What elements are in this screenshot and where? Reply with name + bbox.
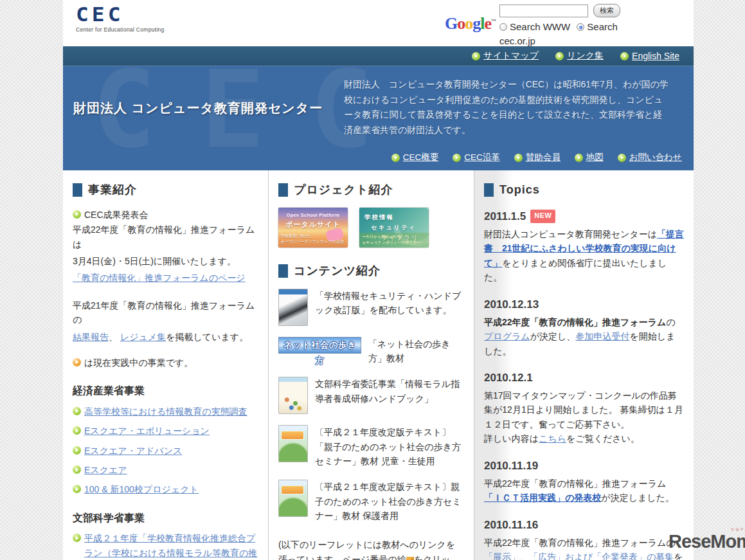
forum-page-link[interactable]: 「教育の情報化」推進フォーラムのページ bbox=[73, 273, 246, 283]
seminar-student-text: 〔平成２１年度改定版テキスト〕「親子のためのネット社会の歩き方セミナー」教材 児… bbox=[315, 425, 464, 469]
nav-sitemap-link[interactable]: サイトマップ bbox=[472, 50, 539, 62]
top-navigation: サイトマップ リンク集 English Site bbox=[63, 46, 694, 66]
active-project-note: は現在実践中の事業です。 bbox=[73, 356, 258, 370]
program-link[interactable]: プログラム bbox=[484, 331, 530, 341]
result-report-link[interactable]: 結果報告 bbox=[73, 332, 109, 342]
topic-date: 2011.1.5NEW bbox=[484, 208, 684, 225]
net-society-banner[interactable]: ネット社会の歩き方 bbox=[278, 337, 361, 354]
new-badge: NEW bbox=[530, 210, 555, 224]
google-tm: ™ bbox=[491, 18, 496, 24]
cec-logo-text: CEC bbox=[76, 5, 165, 24]
cec-overview-link[interactable]: CEC概要 bbox=[391, 152, 439, 163]
arrow-bullet-icon bbox=[73, 485, 81, 493]
heading-square-icon bbox=[278, 264, 288, 278]
topic-date: 2010.11.16 bbox=[484, 516, 684, 534]
nav-sitemap-label: サイトマップ bbox=[483, 50, 539, 62]
search-row: 検索 bbox=[499, 4, 652, 17]
active-note-text: は現在実践中の事業です。 bbox=[84, 357, 193, 368]
cec-logo[interactable]: CEC Center for Educational Computing bbox=[76, 4, 165, 33]
meti-link-100-schools[interactable]: 100 & 新100校プロジェクト bbox=[84, 484, 199, 494]
seminar-parent-cover[interactable] bbox=[278, 480, 308, 517]
list-item: Eスクエア・アドバンス bbox=[73, 444, 258, 458]
resemom-furigana: リセマム bbox=[730, 527, 745, 532]
open-school-platform-banner[interactable]: Open School Platform ポータルサイト 学校教育に向けた オー… bbox=[278, 208, 348, 248]
meti-link-survey[interactable]: 高等学校等における情報教育の実態調査 bbox=[84, 406, 247, 417]
google-letter: o bbox=[457, 14, 465, 33]
topic-entry: 平成22年度「教育の情報化」推進フォーラムのプログラムが決定し、参加申込受付を開… bbox=[484, 315, 684, 358]
section-heading-business: 事業紹介 bbox=[73, 181, 258, 199]
hero-links-row: CEC概要 CEC沿革 賛助会員 地図 お問い合わせ bbox=[391, 152, 682, 163]
search-controls: 検索 Search WWW Search cec.or.jp bbox=[499, 4, 652, 48]
arrow-bullet-icon bbox=[73, 534, 81, 542]
nav-links-link[interactable]: リンク集 bbox=[555, 50, 604, 62]
section-heading-contents: コンテンツ紹介 bbox=[278, 262, 464, 280]
projects-column: プロジェクト紹介 Open School Platform ポータルサイト 学校… bbox=[268, 170, 474, 560]
meti-link-esquare-advance[interactable]: Eスクエア・アドバンス bbox=[84, 446, 182, 456]
separator-text: 、 bbox=[109, 332, 120, 342]
nav-english-label: English Site bbox=[632, 51, 679, 61]
registration-link[interactable]: 参加申込受付 bbox=[575, 331, 629, 341]
osp-banner-caption: 学校教育に向けた オープンソースソフトウェアの活用 bbox=[281, 233, 344, 245]
search-input[interactable] bbox=[499, 5, 588, 17]
resemom-logo-text: ReseMom. bbox=[669, 531, 745, 552]
security-library-banner[interactable]: 学校情報 セキュリティ ライブラリ 〜今日から始められる セキュリティポリシーの… bbox=[359, 208, 429, 248]
list-item: 平成２１年度「学校教育情報化推進総合プラン（学校における情報モラル等教育の推進事… bbox=[73, 531, 258, 560]
list-item: 100 & 新100校プロジェクト bbox=[73, 482, 258, 496]
radio-search-www[interactable]: Search WWW bbox=[499, 21, 570, 32]
radio-www-label: Search WWW bbox=[510, 21, 570, 32]
list-item: Eスクエア・エボリューション bbox=[73, 424, 258, 438]
arrow-bullet-icon bbox=[453, 154, 461, 162]
moral-handbook-cover[interactable] bbox=[278, 377, 308, 414]
forum-h21-links-line: 結果報告、 レジュメ集を掲載しています。 bbox=[73, 330, 258, 344]
meti-link-esquare-evolution[interactable]: Eスクエア・エボリューション bbox=[84, 426, 210, 436]
arrow-bullet-icon bbox=[73, 465, 81, 474]
net-society-text: 「ネット社会の歩き方」教材 bbox=[368, 337, 464, 366]
topic-date: 2010.12.13 bbox=[484, 296, 684, 313]
mext-link-plan[interactable]: 平成２１年度「学校教育情報化推進総合プラン（学校における情報モラル等教育の推進事… bbox=[84, 533, 257, 560]
google-site-search: Google™ 検索 Search WWW Search cec.or.jp bbox=[445, 4, 652, 48]
supporting-members-link[interactable]: 賛助会員 bbox=[514, 152, 561, 163]
content-item-security-handbook: 「学校情報セキュリティ・ハンドブック改訂版」を配布しています。 bbox=[278, 289, 464, 326]
list-item: 高等学校等における情報教育の実態調査 bbox=[73, 404, 258, 419]
google-letter: G bbox=[445, 14, 457, 33]
main-content: 事業紹介 CEC成果発表会 平成22年度「教育の情報化」推進フォーラムは 3月4… bbox=[63, 170, 694, 560]
google-letter: g bbox=[472, 14, 480, 33]
heading-square-icon bbox=[73, 183, 82, 197]
page-number-icon bbox=[406, 557, 414, 560]
map-link[interactable]: 地図 bbox=[575, 152, 604, 163]
topic-entry: 平成22年度「教育の情報化」推進フォーラムの「展示」、「広告」および「企業発表」… bbox=[484, 536, 684, 560]
search-button[interactable]: 検索 bbox=[593, 4, 620, 17]
forum-announce-line1: 平成22年度「教育の情報化」推進フォーラムは bbox=[73, 222, 258, 251]
resume-collection-link[interactable]: レジュメ集 bbox=[120, 332, 166, 342]
site-description: 財団法人 コンピュータ教育開発センター（CEC）は昭和61年7月、わが国の学校に… bbox=[344, 77, 670, 138]
topic-date: 2010.11.19 bbox=[484, 457, 684, 474]
topic-entry: 平成22年度「教育の情報化」推進フォーラム「ＩＣＴ活用実践」の発表校が決定しまし… bbox=[484, 476, 684, 505]
search-scope-row: Search WWW Search cec.or.jp bbox=[499, 20, 649, 48]
radio-unchecked-icon bbox=[499, 23, 507, 31]
contact-link[interactable]: お問い合わせ bbox=[618, 152, 682, 163]
content-item-net-society: ネット社会の歩き方 「ネット社会の歩き方」教材 bbox=[278, 337, 464, 366]
seminar-parent-text: 〔平成２１年度改定版テキスト〕親子のためのネット社会の歩き方セミナー」教材 保護… bbox=[315, 480, 464, 523]
arrow-bullet-icon bbox=[73, 426, 81, 435]
nav-english-site-link[interactable]: English Site bbox=[620, 51, 679, 61]
exhibit-ad-recruitment-link[interactable]: 「展示」、「広告」および「企業発表」の募集 bbox=[484, 552, 674, 560]
security-handbook-cover[interactable] bbox=[278, 289, 308, 326]
details-link[interactable]: こちら bbox=[539, 433, 566, 444]
meti-link-esquare[interactable]: Eスクエア bbox=[84, 465, 127, 475]
topic-entry: 第17回マイタウンマップ・コンクールの作品募集が12月1日より開始しました。 募… bbox=[484, 388, 684, 431]
topic-entry-line2: 詳しい内容はこちらをご覧ください。 bbox=[484, 431, 684, 446]
arrow-bullet-icon bbox=[73, 210, 81, 219]
arrow-bullet-icon bbox=[73, 446, 81, 455]
cec-history-link[interactable]: CEC沿革 bbox=[453, 152, 500, 163]
seminar-student-cover[interactable] bbox=[278, 425, 308, 462]
cec-homepage: CEC Center for Educational Computing Goo… bbox=[63, 0, 694, 560]
nav-links-label: リンク集 bbox=[567, 50, 604, 62]
google-logo: Google™ bbox=[445, 14, 496, 33]
contact-label: お問い合わせ bbox=[629, 152, 682, 163]
arrow-bullet-icon bbox=[391, 154, 400, 162]
security-handbook-text: 「学校情報セキュリティ・ハンドブック改訂版」を配布しています。 bbox=[315, 289, 464, 318]
content-item-moral-handbook: 文部科学省委託事業「情報モラル指導者養成研修ハンドブック」 bbox=[278, 377, 464, 414]
ict-practice-schools-link[interactable]: 「ＩＣＴ活用実践」の発表校 bbox=[484, 492, 601, 503]
arrow-bullet-icon bbox=[73, 407, 81, 415]
orange-arrow-bullet-icon bbox=[73, 358, 81, 366]
